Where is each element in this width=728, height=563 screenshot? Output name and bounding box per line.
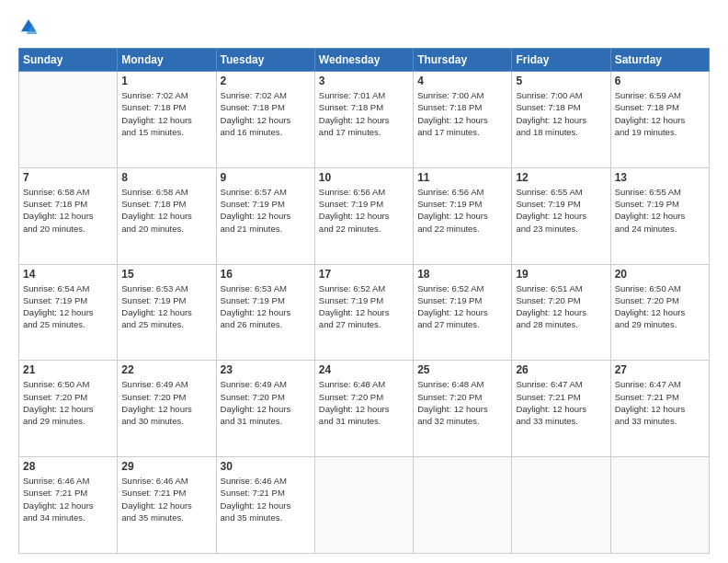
calendar-cell: 28Sunrise: 6:46 AMSunset: 7:21 PMDayligh… [19, 457, 118, 554]
day-number: 12 [516, 171, 606, 184]
day-info: Sunrise: 7:00 AMSunset: 7:18 PMDaylight:… [516, 89, 606, 138]
calendar-cell: 9Sunrise: 6:57 AMSunset: 7:19 PMDaylight… [216, 167, 314, 264]
day-number: 23 [221, 363, 311, 376]
calendar-cell [512, 457, 610, 554]
calendar-cell: 4Sunrise: 7:00 AMSunset: 7:18 PMDaylight… [414, 72, 512, 168]
day-info: Sunrise: 6:59 AMSunset: 7:18 PMDaylight:… [615, 89, 705, 138]
calendar-cell: 22Sunrise: 6:49 AMSunset: 7:20 PMDayligh… [118, 361, 216, 457]
day-info: Sunrise: 6:58 AMSunset: 7:18 PMDaylight:… [121, 186, 211, 235]
day-info: Sunrise: 6:54 AMSunset: 7:19 PMDaylight:… [23, 282, 113, 331]
day-info: Sunrise: 6:53 AMSunset: 7:19 PMDaylight:… [221, 282, 311, 331]
day-info: Sunrise: 6:46 AMSunset: 7:21 PMDaylight:… [121, 475, 211, 523]
day-info: Sunrise: 6:50 AMSunset: 7:20 PMDaylight:… [23, 378, 113, 427]
day-number: 25 [417, 363, 507, 376]
calendar-cell: 8Sunrise: 6:58 AMSunset: 7:18 PMDaylight… [118, 167, 216, 264]
day-number: 14 [23, 268, 113, 281]
day-number: 16 [221, 268, 311, 281]
logo [18, 17, 42, 37]
page: SundayMondayTuesdayWednesdayThursdayFrid… [0, 0, 728, 563]
day-info: Sunrise: 6:48 AMSunset: 7:20 PMDaylight:… [417, 378, 507, 427]
calendar-cell: 24Sunrise: 6:48 AMSunset: 7:20 PMDayligh… [314, 361, 413, 457]
day-number: 2 [221, 75, 311, 87]
day-info: Sunrise: 6:46 AMSunset: 7:21 PMDaylight:… [23, 475, 113, 523]
calendar-cell: 17Sunrise: 6:52 AMSunset: 7:19 PMDayligh… [314, 264, 413, 361]
calendar-week-row: 21Sunrise: 6:50 AMSunset: 7:20 PMDayligh… [19, 361, 710, 457]
calendar-cell: 23Sunrise: 6:49 AMSunset: 7:20 PMDayligh… [216, 361, 314, 457]
calendar-week-row: 28Sunrise: 6:46 AMSunset: 7:21 PMDayligh… [19, 457, 710, 554]
calendar-cell [610, 457, 709, 554]
day-number: 30 [221, 460, 311, 473]
calendar-cell: 1Sunrise: 7:02 AMSunset: 7:18 PMDaylight… [118, 72, 216, 168]
day-info: Sunrise: 6:47 AMSunset: 7:21 PMDaylight:… [615, 378, 705, 427]
day-info: Sunrise: 7:00 AMSunset: 7:18 PMDaylight:… [417, 89, 507, 138]
weekday-header-tuesday: Tuesday [216, 49, 314, 72]
calendar-cell: 14Sunrise: 6:54 AMSunset: 7:19 PMDayligh… [19, 264, 118, 361]
weekday-header-row: SundayMondayTuesdayWednesdayThursdayFrid… [19, 49, 710, 72]
day-info: Sunrise: 6:46 AMSunset: 7:21 PMDaylight:… [221, 475, 311, 523]
header [18, 17, 710, 37]
day-number: 15 [121, 268, 211, 281]
day-number: 17 [319, 268, 409, 281]
day-number: 1 [121, 75, 211, 87]
day-info: Sunrise: 6:49 AMSunset: 7:20 PMDaylight:… [121, 378, 211, 427]
calendar-cell: 7Sunrise: 6:58 AMSunset: 7:18 PMDaylight… [19, 167, 118, 264]
day-number: 8 [121, 171, 211, 184]
calendar-cell: 10Sunrise: 6:56 AMSunset: 7:19 PMDayligh… [314, 167, 413, 264]
day-number: 20 [615, 268, 705, 281]
day-number: 28 [23, 460, 113, 473]
calendar-cell: 27Sunrise: 6:47 AMSunset: 7:21 PMDayligh… [610, 361, 709, 457]
calendar-cell: 30Sunrise: 6:46 AMSunset: 7:21 PMDayligh… [216, 457, 314, 554]
day-info: Sunrise: 6:58 AMSunset: 7:18 PMDaylight:… [23, 186, 113, 235]
day-number: 26 [516, 363, 606, 376]
day-info: Sunrise: 6:51 AMSunset: 7:20 PMDaylight:… [516, 282, 606, 331]
day-number: 13 [615, 171, 705, 184]
weekday-header-wednesday: Wednesday [314, 49, 413, 72]
calendar-cell: 19Sunrise: 6:51 AMSunset: 7:20 PMDayligh… [512, 264, 610, 361]
day-info: Sunrise: 6:55 AMSunset: 7:19 PMDaylight:… [516, 186, 606, 235]
weekday-header-thursday: Thursday [414, 49, 512, 72]
calendar-cell: 18Sunrise: 6:52 AMSunset: 7:19 PMDayligh… [414, 264, 512, 361]
calendar-cell [19, 72, 118, 168]
day-info: Sunrise: 6:52 AMSunset: 7:19 PMDaylight:… [319, 282, 409, 331]
calendar-cell: 25Sunrise: 6:48 AMSunset: 7:20 PMDayligh… [414, 361, 512, 457]
day-info: Sunrise: 6:53 AMSunset: 7:19 PMDaylight:… [121, 282, 211, 331]
calendar-week-row: 14Sunrise: 6:54 AMSunset: 7:19 PMDayligh… [19, 264, 710, 361]
day-number: 9 [221, 171, 311, 184]
day-number: 29 [121, 460, 211, 473]
calendar-cell [314, 457, 413, 554]
day-info: Sunrise: 6:56 AMSunset: 7:19 PMDaylight:… [417, 186, 507, 235]
day-number: 24 [319, 363, 409, 376]
calendar-cell: 20Sunrise: 6:50 AMSunset: 7:20 PMDayligh… [610, 264, 709, 361]
day-number: 10 [319, 171, 409, 184]
day-number: 4 [417, 75, 507, 87]
day-number: 18 [417, 268, 507, 281]
day-info: Sunrise: 6:48 AMSunset: 7:20 PMDaylight:… [319, 378, 409, 427]
calendar-week-row: 1Sunrise: 7:02 AMSunset: 7:18 PMDaylight… [19, 72, 710, 168]
weekday-header-saturday: Saturday [610, 49, 709, 72]
calendar-cell: 21Sunrise: 6:50 AMSunset: 7:20 PMDayligh… [19, 361, 118, 457]
day-info: Sunrise: 7:02 AMSunset: 7:18 PMDaylight:… [121, 89, 211, 138]
calendar-cell: 13Sunrise: 6:55 AMSunset: 7:19 PMDayligh… [610, 167, 709, 264]
day-number: 5 [516, 75, 606, 87]
weekday-header-friday: Friday [512, 49, 610, 72]
day-info: Sunrise: 6:56 AMSunset: 7:19 PMDaylight:… [319, 186, 409, 235]
day-number: 3 [319, 75, 409, 87]
calendar-cell [414, 457, 512, 554]
day-number: 22 [121, 363, 211, 376]
day-number: 21 [23, 363, 113, 376]
calendar-cell: 2Sunrise: 7:02 AMSunset: 7:18 PMDaylight… [216, 72, 314, 168]
logo-icon [18, 17, 39, 37]
day-info: Sunrise: 6:50 AMSunset: 7:20 PMDaylight:… [615, 282, 705, 331]
weekday-header-monday: Monday [118, 49, 216, 72]
calendar-week-row: 7Sunrise: 6:58 AMSunset: 7:18 PMDaylight… [19, 167, 710, 264]
calendar-cell: 26Sunrise: 6:47 AMSunset: 7:21 PMDayligh… [512, 361, 610, 457]
weekday-header-sunday: Sunday [19, 49, 118, 72]
day-info: Sunrise: 6:49 AMSunset: 7:20 PMDaylight:… [221, 378, 311, 427]
day-number: 19 [516, 268, 606, 281]
day-info: Sunrise: 6:47 AMSunset: 7:21 PMDaylight:… [516, 378, 606, 427]
day-info: Sunrise: 7:01 AMSunset: 7:18 PMDaylight:… [319, 89, 409, 138]
day-number: 6 [615, 75, 705, 87]
day-info: Sunrise: 7:02 AMSunset: 7:18 PMDaylight:… [221, 89, 311, 138]
calendar-table: SundayMondayTuesdayWednesdayThursdayFrid… [18, 48, 710, 554]
day-number: 27 [615, 363, 705, 376]
